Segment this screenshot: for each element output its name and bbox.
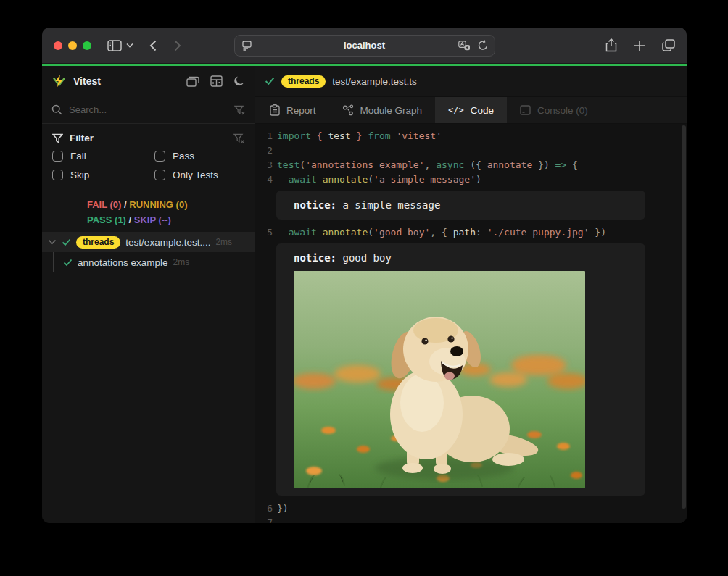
report-icon (270, 104, 280, 116)
code-line: 3test('annotations example', async ({ an… (255, 158, 687, 172)
site-icon (241, 41, 252, 51)
code-block: 1import { test } from 'vitest'23test('an… (255, 129, 687, 187)
code-line: 1import { test } from 'vitest' (255, 129, 687, 143)
new-tab-button[interactable] (634, 40, 645, 51)
search-icon (51, 104, 62, 115)
sidebar-header: Vitest (42, 66, 255, 96)
search-input[interactable] (69, 104, 228, 115)
code-line: 6}) (255, 501, 687, 516)
checkbox-label: Skip (70, 170, 89, 180)
check-icon (62, 238, 71, 246)
code-line: 5 await annotate('good boy', { path: './… (255, 225, 687, 240)
tab-code[interactable]: </> Code (435, 97, 507, 123)
tree-file-time: 2ms (215, 237, 232, 247)
tab-module-graph[interactable]: Module Graph (329, 97, 436, 123)
close-button[interactable] (54, 41, 62, 50)
forward-button[interactable] (174, 40, 181, 51)
code-block: 5 await annotate('good boy', { path: './… (255, 225, 687, 240)
code-line: 4 await annotate('a simple message') (255, 172, 687, 187)
tree-row-test[interactable]: annotations example 2ms (42, 252, 255, 272)
vitest-logo-icon (51, 74, 67, 88)
main-panel: threads test/example.test.ts Report (255, 66, 687, 523)
tree-test-label: annotations example (78, 257, 168, 268)
checkbox-box (52, 151, 63, 162)
file-path: test/example.test.ts (332, 76, 416, 87)
pass-count: PASS (1) (87, 214, 126, 225)
checkbox-fail[interactable]: Fail (52, 151, 154, 162)
checkbox-label: Only Tests (173, 170, 218, 180)
indent-guide (53, 252, 54, 272)
tree-file-label: test/example.test.... (125, 237, 210, 248)
browser-window: localhost (42, 28, 687, 523)
filter-section: Filter Fail (42, 124, 255, 191)
app-title: Vitest (73, 75, 101, 87)
code-editor[interactable]: 1import { test } from 'vitest'23test('an… (255, 124, 687, 523)
puppy-image (294, 271, 585, 488)
notice-message: a simple message (342, 199, 440, 211)
chevron-down-icon[interactable] (48, 239, 57, 245)
annotation-notice: notice: a simple message (276, 191, 645, 220)
checkbox-box (52, 170, 63, 180)
checkbox-label: Fail (70, 151, 86, 162)
traffic-lights (54, 41, 91, 50)
console-icon (520, 105, 531, 115)
checkbox-label: Pass (173, 151, 194, 162)
panels-icon[interactable] (186, 75, 199, 87)
browser-toolbar: localhost (42, 28, 687, 64)
sidebar-toggle-button[interactable] (107, 40, 122, 51)
running-count: RUNNING (0) (129, 199, 187, 210)
pool-badge: threads (281, 75, 326, 88)
notice-message: good boy (342, 252, 391, 264)
filter-icon (52, 133, 63, 143)
minimize-button[interactable] (68, 41, 77, 50)
file-header: threads test/example.test.ts (255, 66, 687, 96)
tree-row-file[interactable]: threads test/example.test.... 2ms (42, 232, 255, 252)
run-status: FAIL (0) / RUNNING (0) PASS (1) / SKIP (… (42, 191, 255, 230)
filter-title: Filter (70, 133, 94, 143)
reload-button[interactable] (478, 40, 488, 51)
url-text: localhost (235, 40, 495, 51)
back-button[interactable] (149, 40, 157, 51)
check-icon (63, 259, 73, 267)
clear-search-filter-icon[interactable] (234, 105, 245, 115)
tab-overview-button[interactable] (662, 39, 675, 51)
fail-count: FAIL (0) (87, 199, 121, 210)
search-row (42, 96, 255, 124)
notice-label: notice: (294, 252, 336, 264)
code-line: 2 (255, 143, 687, 158)
address-bar[interactable]: localhost (234, 35, 495, 57)
tab-console[interactable]: Console (0) (507, 97, 601, 123)
tab-bar: Report Module Graph </> Code (255, 96, 687, 124)
skip-count: SKIP (--) (134, 214, 171, 225)
desktop: localhost (0, 0, 728, 576)
checkbox-skip[interactable]: Skip (52, 170, 154, 180)
module-graph-icon (342, 104, 354, 116)
chevron-down-icon[interactable] (126, 43, 133, 48)
code-line: 7 (255, 516, 687, 523)
tab-label: Code (471, 105, 494, 116)
share-button[interactable] (605, 38, 617, 52)
tab-report[interactable]: Report (257, 97, 329, 123)
zoom-button[interactable] (83, 41, 91, 50)
pool-badge: threads (76, 236, 120, 249)
tree-test-time: 2ms (173, 257, 190, 267)
code-icon: </> (448, 105, 464, 115)
checkbox-only-tests[interactable]: Only Tests (154, 170, 244, 180)
status-separator: / (124, 199, 127, 210)
tab-label: Report (286, 105, 316, 116)
annotation-notice: notice: good boy (276, 243, 645, 496)
checkbox-box (154, 151, 165, 162)
check-icon (265, 77, 275, 85)
code-block: 6})7 (255, 501, 687, 523)
dashboard-icon[interactable] (210, 75, 223, 87)
notice-label: notice: (294, 199, 336, 211)
status-separator: / (129, 214, 132, 225)
checkbox-pass[interactable]: Pass (154, 151, 244, 162)
test-tree: threads test/example.test.... 2ms annota… (42, 230, 255, 523)
tab-label: Console (0) (537, 105, 588, 116)
translate-icon[interactable] (458, 41, 471, 51)
dark-mode-icon[interactable] (233, 75, 245, 87)
scrollbar-thumb[interactable] (682, 125, 686, 509)
clear-filter-icon[interactable] (233, 133, 244, 143)
tab-label: Module Graph (360, 105, 423, 116)
